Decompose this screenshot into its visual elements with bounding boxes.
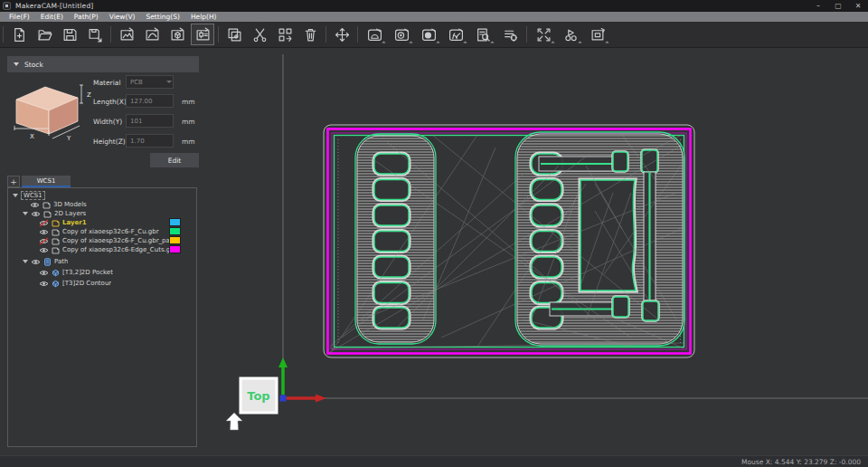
menu-file[interactable]: File(F): [4, 12, 35, 22]
new-file-button[interactable]: [7, 24, 31, 45]
simulate-icon: [563, 27, 579, 43]
chevron-down-icon: [14, 62, 19, 66]
wcs1-tab[interactable]: WCS1: [22, 176, 71, 187]
post-process-list-button[interactable]: [498, 24, 522, 45]
width-y-field[interactable]: [126, 114, 174, 128]
new-drill-operation-button[interactable]: [417, 24, 440, 45]
mouse-coordinates: Mouse X: 4.544 Y: 23.279 Z: -0.000: [741, 458, 861, 466]
tree-item-edge-cuts-gbr[interactable]: Copy of xiaoesp32c6-Edge_Cuts.gbr: [8, 245, 196, 254]
length-x-label: Length(X): [93, 98, 127, 106]
layer-color-swatch[interactable]: [169, 236, 181, 244]
stock-header-label: Stock: [24, 61, 43, 69]
layers-icon: [42, 201, 51, 209]
visibility-eye-icon[interactable]: [39, 219, 49, 227]
width-unit-label: mm: [182, 118, 195, 126]
tree-item-2d-contour[interactable]: [T3]2D Contour: [8, 279, 196, 288]
save-button[interactable]: [58, 24, 81, 45]
save-as-icon: [88, 27, 103, 43]
visibility-eye-icon[interactable]: [31, 258, 41, 266]
visibility-eye-icon[interactable]: [39, 269, 49, 277]
left-panel: Stock Z Y X Material Length(X) mm Width(…: [0, 48, 206, 455]
save-as-button[interactable]: [83, 24, 107, 45]
path-folder-icon: [43, 258, 52, 266]
material-label: Material: [93, 79, 120, 87]
delete-button[interactable]: [298, 24, 322, 45]
visibility-eye-icon[interactable]: [39, 228, 49, 236]
copy-button[interactable]: [222, 24, 246, 45]
copy-icon: [227, 27, 242, 43]
tree-item-layer1[interactable]: Layer1: [8, 218, 196, 227]
menu-view[interactable]: View(V): [104, 12, 141, 22]
stock-section-header[interactable]: Stock: [7, 56, 199, 72]
menu-help[interactable]: Help(H): [185, 12, 222, 22]
tree-item-wcs1-root[interactable]: WCS1: [8, 191, 196, 200]
menu-setting[interactable]: Setting(S): [140, 12, 184, 22]
new-engrave-operation-button[interactable]: [444, 24, 467, 45]
import-vector-button[interactable]: [140, 24, 164, 45]
expander-icon[interactable]: [13, 194, 18, 197]
menu-edit[interactable]: Edit(E): [35, 12, 69, 22]
visibility-eye-icon[interactable]: [31, 210, 41, 218]
dropdown-caret-icon: [382, 41, 385, 44]
visibility-eye-icon[interactable]: [39, 246, 49, 254]
expander-icon[interactable]: [23, 212, 28, 215]
tree-item-2d-layers[interactable]: 2D Layers: [8, 209, 196, 218]
tree-item-2d-pocket[interactable]: [T3,2]2D Pocket: [8, 268, 196, 277]
layer-color-swatch[interactable]: [169, 227, 181, 235]
layer-color-swatch[interactable]: [169, 245, 181, 253]
status-bar: Mouse X: 4.544 Y: 23.279 Z: -0.000: [0, 455, 868, 467]
tree-root-label: WCS1: [21, 191, 45, 200]
array-button[interactable]: [273, 24, 297, 45]
array-icon: [278, 27, 293, 43]
menu-path[interactable]: Path(P): [69, 12, 104, 22]
delete-icon: [303, 27, 318, 43]
view-orientation-box[interactable]: Top: [241, 378, 277, 413]
import-gerber-button[interactable]: [191, 24, 214, 45]
expander-icon[interactable]: [23, 260, 28, 263]
viewport-canvas[interactable]: Top: [206, 48, 868, 455]
new-file-icon: [12, 27, 27, 43]
add-wcs-tab-button[interactable]: +: [7, 176, 20, 187]
import-vector-icon: [145, 27, 160, 43]
tree-item-f-cu-gbr-pad[interactable]: Copy of xiaoesp32c6-F_Cu.gbr_pad: [8, 236, 196, 245]
tree-item-3d-models[interactable]: 3D Models: [8, 200, 196, 209]
transform-move-button[interactable]: [330, 24, 354, 45]
screenshot-icon: [590, 27, 606, 43]
new-pocket-operation-button[interactable]: [363, 24, 386, 45]
length-unit-label: mm: [182, 98, 195, 106]
maximize-button[interactable]: ▢: [828, 0, 848, 12]
dropdown-caret-icon: [166, 81, 172, 83]
simulate-button[interactable]: [559, 24, 582, 45]
fit-view-button[interactable]: [532, 24, 555, 45]
import-image-button[interactable]: [115, 24, 138, 45]
engrave-operation-icon: [448, 27, 464, 43]
visibility-eye-icon[interactable]: [39, 237, 49, 245]
toolbar-separator: [526, 26, 527, 43]
tree-item-path[interactable]: Path: [8, 257, 196, 266]
height-z-field[interactable]: [126, 134, 174, 148]
import-3d-model-button[interactable]: [165, 24, 189, 45]
length-x-field[interactable]: [126, 94, 174, 108]
layer-color-swatch[interactable]: [169, 218, 181, 226]
tree-item-f-cu-gbr[interactable]: Copy of xiaoesp32c6-F_Cu.gbr: [8, 227, 196, 236]
toolbar: [0, 22, 868, 48]
pcb-board[interactable]: [324, 125, 694, 357]
toolpath-cube-icon: [52, 269, 60, 277]
new-contour-operation-button[interactable]: [390, 24, 413, 45]
open-file-button[interactable]: [33, 24, 56, 45]
pcb-central-cutout: [580, 180, 636, 291]
visibility-eye-icon[interactable]: [30, 201, 40, 209]
fit-view-icon: [536, 27, 552, 43]
cut-button[interactable]: [248, 24, 271, 45]
save-icon: [62, 27, 78, 43]
layers-icon: [43, 210, 52, 218]
edit-stock-button[interactable]: Edit: [150, 153, 199, 167]
visibility-eye-icon[interactable]: [39, 280, 49, 288]
screenshot-button[interactable]: [586, 24, 609, 45]
close-button[interactable]: ✕: [848, 0, 868, 12]
import-image-icon: [119, 27, 135, 43]
pcb-left-pads: [374, 154, 409, 328]
minimize-button[interactable]: –: [808, 0, 828, 12]
preview-toolpath-button[interactable]: [471, 24, 495, 45]
toolbar-separator: [3, 26, 4, 43]
